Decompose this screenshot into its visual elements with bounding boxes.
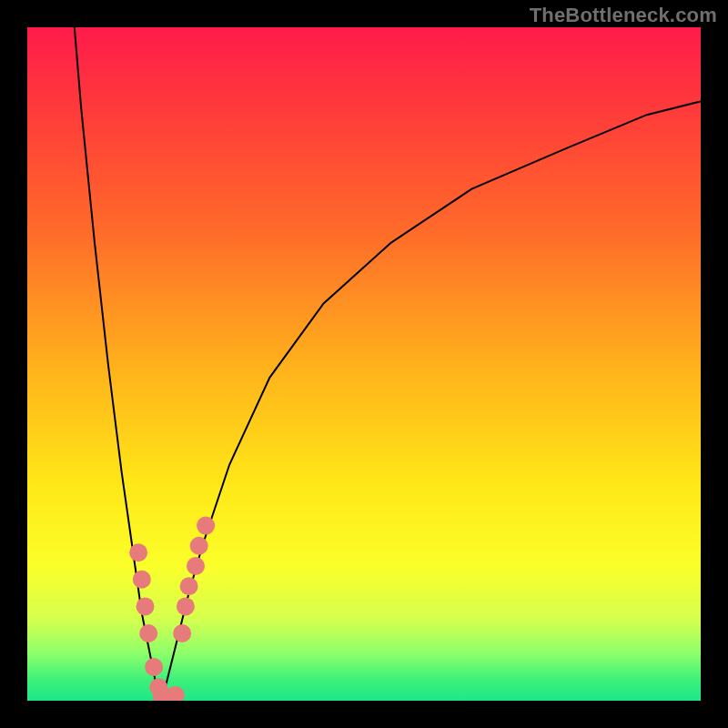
data-marker <box>177 597 195 615</box>
data-marker <box>180 577 198 595</box>
curve-right-branch <box>162 101 701 701</box>
data-marker <box>129 543 147 561</box>
data-marker <box>145 658 163 676</box>
chart-frame: TheBottleneck.com <box>0 0 728 728</box>
bottleneck-curve-svg <box>27 27 701 701</box>
data-marker <box>173 624 191 642</box>
data-markers <box>129 517 215 701</box>
watermark-text: TheBottleneck.com <box>530 4 717 27</box>
data-marker <box>197 517 215 535</box>
data-marker <box>136 597 155 615</box>
data-marker <box>190 537 208 555</box>
data-marker <box>139 624 157 642</box>
data-marker <box>187 557 205 575</box>
plot-area <box>27 27 701 701</box>
data-marker <box>133 571 151 589</box>
